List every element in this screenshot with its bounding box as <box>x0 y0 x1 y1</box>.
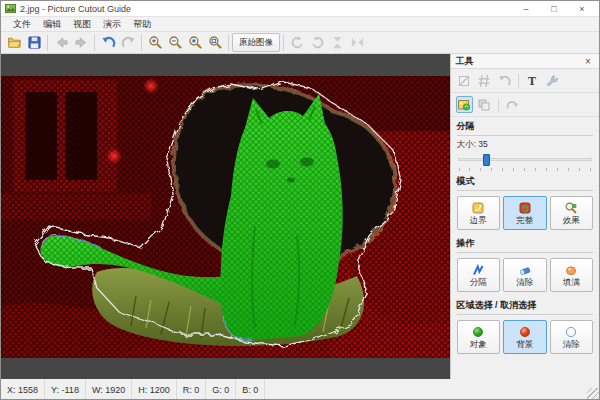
effect-icon <box>564 201 578 215</box>
tools-panel-title: 工具 <box>456 55 474 68</box>
mode-section-title: 模式 <box>457 175 594 191</box>
shadow-tool-button[interactable] <box>476 96 493 113</box>
region-object-label: 对象 <box>470 340 487 349</box>
crop-tool-button[interactable] <box>456 72 473 89</box>
separate-section-title: 分隔 <box>457 120 594 136</box>
separate-stroke-icon <box>471 263 485 277</box>
grid-icon <box>477 74 491 88</box>
app-window: 2.jpg - Picture Cutout Guide – □ × 文件 编辑… <box>0 0 600 400</box>
rotate-cw-button[interactable] <box>307 33 327 52</box>
menu-view[interactable]: 视图 <box>67 17 97 31</box>
original-image-button[interactable]: 原始图像 <box>232 33 280 52</box>
region-section: 区域选择 / 取消选择 对象 背景 <box>451 296 600 358</box>
mode-complete-button[interactable]: 完整 <box>503 196 547 230</box>
undo-arrow-icon <box>497 74 511 88</box>
zoom-out-button[interactable] <box>165 33 185 52</box>
object-green-dot-icon <box>471 325 485 339</box>
flip-vertical-button[interactable] <box>327 33 347 52</box>
status-x: X: 1558 <box>1 379 45 400</box>
operation-clear-button[interactable]: 清除 <box>503 258 547 292</box>
panel-close-icon[interactable]: × <box>582 56 594 67</box>
undo-button[interactable] <box>98 33 118 52</box>
eraser-icon <box>518 263 532 277</box>
title-bar: 2.jpg - Picture Cutout Guide – □ × <box>1 1 599 17</box>
zoom-selection-button[interactable] <box>185 33 205 52</box>
toolbar-separator <box>47 35 48 51</box>
text-tool-button[interactable]: T <box>524 72 541 89</box>
image-canvas[interactable] <box>1 54 450 379</box>
toolbar-separator <box>141 35 142 51</box>
size-slider-track[interactable] <box>458 158 593 161</box>
mode-effect-button[interactable]: 效果 <box>550 196 594 230</box>
mode-complete-label: 完整 <box>516 216 533 225</box>
flip-horizontal-icon <box>350 35 365 50</box>
region-background-button[interactable]: 背景 <box>503 320 547 354</box>
minimize-button[interactable]: – <box>513 2 539 15</box>
panel-separator <box>518 74 519 88</box>
settings-tool-button[interactable] <box>544 72 561 89</box>
region-background-label: 背景 <box>516 340 533 349</box>
menu-file[interactable]: 文件 <box>7 17 37 31</box>
size-label: 大小: 35 <box>457 139 594 151</box>
status-w: W: 1920 <box>86 379 132 400</box>
close-button[interactable]: × <box>569 2 595 15</box>
panel-toolbar-row1: T <box>451 69 600 93</box>
flip-horizontal-button[interactable] <box>347 33 367 52</box>
clear-circle-icon <box>564 325 578 339</box>
size-slider[interactable] <box>458 154 593 168</box>
zoom-fit-button[interactable] <box>205 33 225 52</box>
separate-section: 分隔 大小: 35 <box>451 117 600 172</box>
operation-separate-button[interactable]: 分隔 <box>457 258 501 292</box>
fill-icon <box>564 263 578 277</box>
region-clear-button[interactable]: 清除 <box>550 320 594 354</box>
background-red-dot-icon <box>518 325 532 339</box>
status-g: G: 0 <box>206 379 236 400</box>
save-icon <box>27 35 42 50</box>
redo-button[interactable] <box>118 33 138 52</box>
maximize-button[interactable]: □ <box>541 2 567 15</box>
region-object-button[interactable]: 对象 <box>457 320 501 354</box>
menu-demo[interactable]: 演示 <box>97 17 127 31</box>
edited-image <box>1 76 450 358</box>
window-title: 2.jpg - Picture Cutout Guide <box>20 4 513 14</box>
size-slider-handle[interactable] <box>483 154 490 166</box>
crop-icon <box>457 74 471 88</box>
status-h: H: 1200 <box>132 379 177 400</box>
undo-icon <box>101 35 116 50</box>
tools-panel-header: 工具 × <box>451 54 600 69</box>
zoom-in-icon <box>148 35 163 50</box>
forward-icon <box>74 35 89 50</box>
rotate-ccw-button[interactable] <box>287 33 307 52</box>
boundary-icon <box>471 201 485 215</box>
cutout-tool-button[interactable] <box>456 96 473 113</box>
content-area: 工具 × <box>1 54 599 379</box>
save-button[interactable] <box>24 33 44 52</box>
menu-help[interactable]: 帮助 <box>127 17 157 31</box>
status-bar: X: 1558 Y: -118 W: 1920 H: 1200 R: 0 G: … <box>1 379 599 400</box>
grid-tool-button[interactable] <box>476 72 493 89</box>
open-file-button[interactable] <box>4 33 24 52</box>
main-toolbar: 原始图像 <box>1 32 599 54</box>
zoom-fit-icon <box>208 35 223 50</box>
toolbar-separator <box>94 35 95 51</box>
panel-toolbar-row2 <box>451 93 600 117</box>
back-icon <box>54 35 69 50</box>
zoom-in-button[interactable] <box>145 33 165 52</box>
region-clear-label: 清除 <box>563 340 580 349</box>
mode-boundary-button[interactable]: 边界 <box>457 196 501 230</box>
toolbar-separator <box>283 35 284 51</box>
operation-fill-label: 填满 <box>563 278 580 287</box>
mode-boundary-label: 边界 <box>470 216 487 225</box>
operation-fill-button[interactable]: 填满 <box>550 258 594 292</box>
shadow-tool-icon <box>477 98 491 112</box>
forward-button[interactable] <box>71 33 91 52</box>
back-button[interactable] <box>51 33 71 52</box>
stamp-tool-button[interactable] <box>504 96 521 113</box>
undo-arrow-tool-button[interactable] <box>496 72 513 89</box>
operation-section: 操作 分隔 <box>451 234 600 296</box>
redo-icon <box>121 35 136 50</box>
resize-grip-icon[interactable] <box>587 388 599 400</box>
flip-vertical-icon <box>330 35 345 50</box>
complete-icon <box>518 201 532 215</box>
menu-edit[interactable]: 编辑 <box>37 17 67 31</box>
